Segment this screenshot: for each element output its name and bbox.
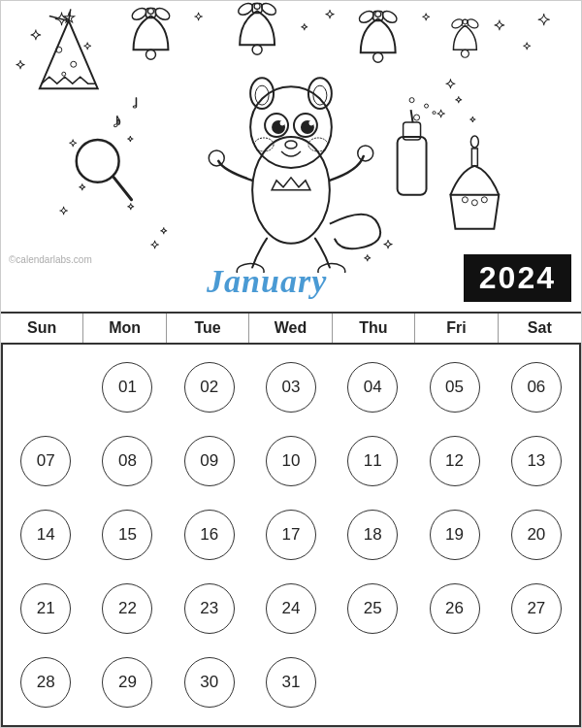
day-cell: 15	[88, 500, 166, 570]
day-number[interactable]: 25	[347, 583, 398, 634]
day-cell: 28	[7, 647, 84, 717]
day-number[interactable]: 17	[266, 510, 316, 560]
svg-point-17	[252, 45, 262, 54]
day-number[interactable]: 13	[511, 436, 562, 486]
day-cell	[498, 647, 575, 717]
svg-text:✦: ✦	[59, 205, 68, 216]
day-number[interactable]: 09	[184, 436, 235, 486]
day-cell: 04	[334, 352, 411, 422]
day-number[interactable]: 16	[184, 510, 235, 560]
day-number[interactable]: 28	[20, 657, 71, 708]
svg-point-27	[461, 50, 469, 57]
svg-point-69	[414, 115, 420, 120]
svg-text:✦: ✦	[127, 135, 134, 144]
year-badge: 2024	[464, 254, 571, 302]
svg-text:✦: ✦	[83, 41, 91, 51]
day-cell: 14	[7, 500, 84, 570]
svg-text:✦: ✦	[301, 22, 308, 32]
watermark: ©calendarlabs.com	[9, 254, 92, 265]
svg-point-12	[146, 50, 156, 59]
day-number[interactable]: 30	[184, 657, 235, 708]
day-header-tue: Tue	[167, 314, 249, 343]
svg-point-70	[425, 104, 429, 108]
day-cell	[334, 647, 411, 717]
svg-line-68	[411, 110, 413, 122]
day-number[interactable]: 24	[266, 583, 316, 634]
day-number[interactable]: 26	[430, 583, 480, 634]
svg-text:✦: ✦	[469, 116, 476, 124]
day-number[interactable]: 14	[20, 510, 71, 560]
day-number[interactable]: 31	[266, 657, 316, 708]
svg-point-9	[62, 72, 66, 76]
svg-point-62	[209, 150, 224, 166]
day-number[interactable]: 18	[347, 510, 398, 560]
svg-point-81	[471, 200, 477, 206]
day-cell: 31	[252, 647, 330, 717]
day-number[interactable]: 02	[184, 362, 235, 413]
day-cell: 11	[334, 426, 411, 496]
svg-text:✦: ✦	[455, 95, 463, 105]
svg-text:✦: ✦	[160, 226, 168, 236]
day-number[interactable]: 23	[184, 583, 235, 634]
day-header-sun: Sun	[1, 314, 83, 343]
svg-line-41	[113, 177, 132, 200]
svg-point-80	[481, 197, 487, 203]
day-number[interactable]: 11	[347, 436, 398, 486]
svg-text:✦: ✦	[436, 108, 445, 119]
svg-text:✦: ✦	[383, 238, 393, 251]
svg-text:✦: ✦	[127, 202, 135, 212]
day-cell: 01	[88, 352, 166, 422]
day-header-fri: Fri	[415, 314, 498, 343]
day-header-wed: Wed	[249, 314, 332, 343]
day-cell: 20	[498, 500, 575, 570]
day-header-thu: Thu	[333, 314, 415, 343]
day-number[interactable]: 27	[511, 583, 562, 634]
day-cell: 24	[252, 574, 330, 644]
day-number[interactable]: 29	[102, 657, 152, 708]
day-number[interactable]: 03	[266, 362, 316, 413]
svg-text:✦: ✦	[79, 182, 86, 192]
day-number[interactable]: 05	[430, 362, 480, 413]
svg-text:✦: ✦	[194, 11, 203, 22]
calendar-grid: 0102030405060708091011121314151617181920…	[1, 345, 581, 727]
day-header-mon: Mon	[83, 314, 166, 343]
day-number[interactable]: 07	[20, 436, 71, 486]
svg-text:♪: ♪	[113, 110, 122, 131]
day-number[interactable]: 06	[511, 362, 562, 413]
svg-text:✦: ✦	[422, 12, 430, 22]
svg-text:✦: ✦	[537, 12, 550, 28]
day-cell: 19	[415, 500, 493, 570]
day-cell: 08	[88, 426, 166, 496]
day-cell: 10	[252, 426, 330, 496]
svg-point-63	[358, 146, 373, 161]
day-number[interactable]: 01	[102, 362, 152, 413]
day-number[interactable]: 19	[430, 510, 480, 560]
day-cell: 25	[334, 574, 411, 644]
day-number[interactable]: 15	[102, 510, 152, 560]
day-number[interactable]: 10	[266, 436, 316, 486]
svg-text:✦: ✦	[445, 77, 456, 91]
app-container: ✦ ✦ ✦ ✦ ★	[0, 0, 582, 728]
day-number[interactable]: 04	[347, 362, 398, 413]
svg-point-25	[375, 11, 381, 17]
day-cell: 23	[171, 574, 248, 644]
svg-point-79	[462, 197, 468, 203]
day-number[interactable]: 22	[102, 583, 152, 634]
day-number[interactable]: 21	[20, 583, 71, 634]
day-cell: 27	[498, 574, 575, 644]
day-header-sat: Sat	[499, 314, 581, 343]
day-number[interactable]: 12	[430, 436, 480, 486]
day-number[interactable]: 20	[511, 510, 562, 560]
day-cell: 12	[415, 426, 493, 496]
svg-point-57	[280, 121, 285, 126]
svg-point-8	[71, 61, 77, 67]
svg-point-59	[285, 141, 297, 149]
svg-text:✦: ✦	[16, 58, 25, 72]
day-cell: 02	[171, 352, 248, 422]
svg-text:✦: ✦	[364, 253, 372, 263]
svg-text:✦: ✦	[523, 41, 531, 51]
svg-text:✦: ✦	[494, 17, 505, 33]
day-number[interactable]: 08	[102, 436, 152, 486]
illustration-svg: ✦ ✦ ✦ ✦ ★	[1, 1, 581, 273]
svg-text:♩: ♩	[132, 95, 139, 111]
